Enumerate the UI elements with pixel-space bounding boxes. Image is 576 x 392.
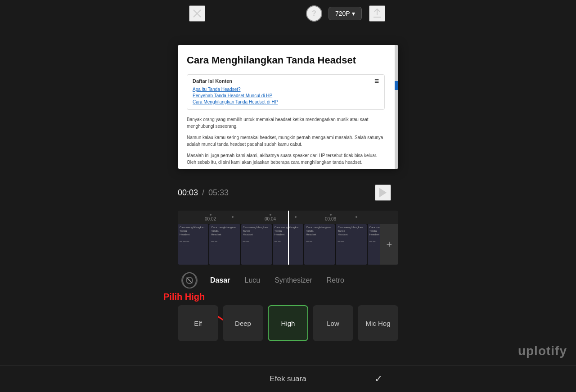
bottom-label: Efek suara [270,374,306,383]
thumb-3: Cara menghilangkan TandaHeadset— —— — [241,224,272,265]
toc-link-3[interactable]: Cara Menghilangkan Tanda Headset di HP [193,99,379,104]
toc-link-2[interactable]: Penyebab Tanda Headset Muncul di HP [193,93,379,98]
timeline-playhead [288,211,289,265]
dropdown-icon: ▾ [352,10,355,17]
quality-button[interactable]: 720P ▾ [328,7,362,20]
ruler-mark-1: 00:02 [205,214,216,221]
scrollbar[interactable] [395,45,398,169]
bottom-bar: Efek suara ✓ [0,365,576,392]
thumb-1: Cara menghilangkan TandaHeadset— — —— — … [178,224,208,265]
export-button[interactable] [369,5,385,22]
current-time: 00:03 [178,188,198,197]
voice-card-deep[interactable]: Deep [223,305,263,341]
table-of-contents: Daftar Isi Konten ☰ Apa itu Tanda Headse… [187,74,385,110]
paragraph-1: Banyak orang yang memilih untuk memakai … [187,116,385,130]
voice-card-low[interactable]: Low [313,305,353,341]
tab-lucu[interactable]: Lucu [237,273,267,288]
preview-content: Cara Menghilangkan Tanda Headset Daftar … [178,45,398,169]
voice-cards: Elf Deep High Low Mic Hog E [178,305,403,341]
ruler-dot-1 [232,216,234,219]
svg-point-3 [186,277,193,284]
quality-label: 720P [335,10,350,17]
scrollbar-thumb[interactable] [395,81,398,90]
voice-card-mic-hog[interactable]: Mic Hog [358,305,398,341]
no-effect-button[interactable] [181,272,198,288]
thumb-2: Cara menghilangkan TandaHeadset— —— — [209,224,240,265]
total-time: 05:33 [208,188,229,197]
add-clip-button[interactable]: + [380,224,398,265]
tab-synthesizer[interactable]: Synthesizer [267,273,320,288]
voice-tabs: Dasar Lucu Synthesizer Retro [178,272,398,288]
svg-marker-2 [379,188,387,198]
toc-header: Daftar Isi Konten ☰ [193,78,379,84]
timeline[interactable]: 00:02 00:04 00:06 Cara menghilangkan Tan… [178,211,398,265]
watermark: uplotify [518,344,567,358]
play-button[interactable] [375,185,391,201]
help-button[interactable]: ? [306,5,322,22]
toc-link-1[interactable]: Apa itu Tanda Headset? [193,87,379,92]
preview-title: Cara Menghilangkan Tanda Headset [187,54,385,67]
close-button[interactable] [189,5,205,22]
playback-bar: 00:03 / 05:33 [178,185,398,201]
tab-retro[interactable]: Retro [320,273,351,288]
top-bar: ? 720P ▾ [0,0,576,27]
ruler-mark-2: 00:04 [265,214,276,221]
ruler-dot-3 [356,216,357,219]
check-button[interactable]: ✓ [374,373,382,385]
thumb-5: Cara menghilangkan TandaHeadset— —— — [304,224,335,265]
annotation-text: Pilih High [163,292,205,302]
paragraph-2: Namun kalau kamu sering memakai headset,… [187,134,385,148]
time-display: 00:03 / 05:33 [178,188,229,198]
tab-dasar[interactable]: Dasar [203,273,237,288]
ruler-mark-3: 00:06 [325,214,336,221]
preview-area: Cara Menghilangkan Tanda Headset Daftar … [178,45,398,169]
voice-card-high[interactable]: High [268,305,308,341]
svg-line-4 [187,278,192,283]
voice-card-elf[interactable]: Elf [178,305,218,341]
paragraph-3: Masalah ini juga pernah kami alami, akib… [187,152,385,166]
thumb-6: Cara menghilangkan TandaHeadset— —— — [336,224,366,265]
ruler-dot-2 [295,216,297,219]
